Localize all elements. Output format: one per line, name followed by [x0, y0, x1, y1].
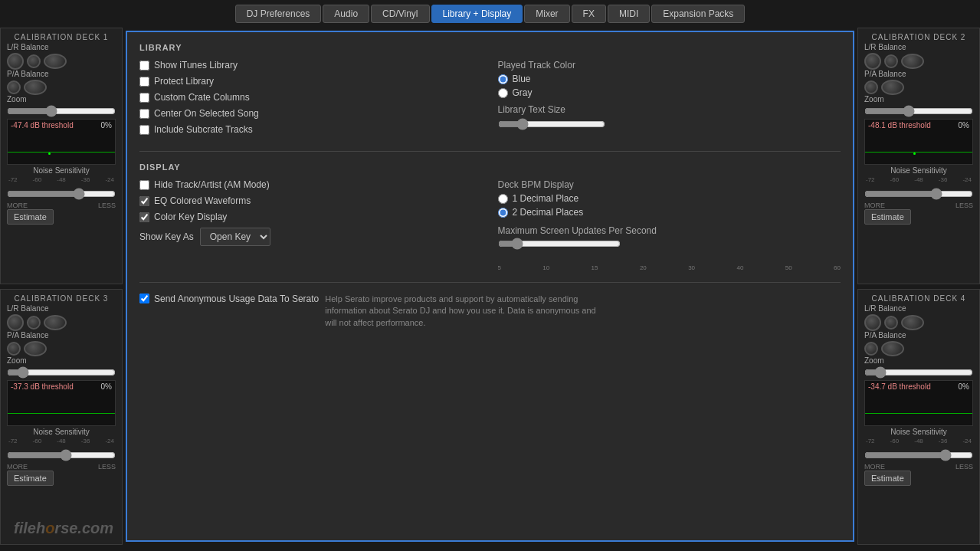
deck4-lr-label: L/R Balance: [864, 304, 973, 313]
deck3-lr-oval[interactable]: [44, 315, 67, 330]
deck3-pa-oval[interactable]: [24, 341, 47, 356]
deck4-pa-oval[interactable]: [881, 341, 904, 356]
deck2-lr-knob2[interactable]: [884, 54, 898, 68]
center-on-selected-checkbox[interactable]: [139, 109, 149, 119]
deck2-noise-slider[interactable]: [864, 188, 973, 200]
deck1-zoom-label: Zoom: [7, 95, 116, 103]
nav-cdvinyl[interactable]: CD/Vinyl: [371, 5, 429, 23]
deck2-tick-row: -72-60-48-36-24: [864, 176, 973, 183]
color-key-label[interactable]: Color Key Display: [154, 212, 227, 222]
deck1-lr-knob2[interactable]: [27, 54, 41, 68]
bpm-1decimal-label[interactable]: 1 Decimal Place: [513, 193, 579, 204]
color-blue-label[interactable]: Blue: [513, 74, 531, 84]
deck2-zoom-slider[interactable]: [864, 105, 973, 117]
deck2-lr-knob1[interactable]: [864, 53, 881, 70]
bpm-2decimal-radio[interactable]: [498, 208, 508, 218]
center-on-selected-label[interactable]: Center On Selected Song: [154, 108, 259, 119]
deck3-title: CALIBRATION DECK 3: [7, 294, 116, 303]
deck1-lr-oval[interactable]: [44, 54, 67, 69]
color-blue-radio[interactable]: [498, 74, 508, 84]
deck4-estimate-btn[interactable]: Estimate: [864, 471, 911, 486]
library-text-size-slider[interactable]: [498, 118, 605, 130]
protect-library-checkbox[interactable]: [139, 77, 149, 87]
played-track-color-label: Played Track Color: [498, 60, 841, 71]
deck2-title: CALIBRATION DECK 2: [864, 33, 973, 41]
deck-bpm-display-label: Deck BPM Display: [498, 179, 841, 190]
nav-library-display[interactable]: Library + Display: [431, 5, 523, 23]
max-screen-slider[interactable]: [498, 238, 621, 250]
protect-library-row: Protect Library: [139, 76, 483, 87]
deck3-pa-knob1[interactable]: [7, 342, 21, 356]
deck1-zoom-section: Zoom: [7, 95, 116, 117]
hide-track-label[interactable]: Hide Track/Artist (AM Mode): [154, 179, 270, 190]
deck4-lr-knob2[interactable]: [884, 316, 898, 330]
deck1-estimate-btn[interactable]: Estimate: [7, 209, 54, 225]
calibration-deck-4: CALIBRATION DECK 4 L/R Balance P/A Balan…: [857, 289, 980, 546]
deck3-more-less: MORELESS: [7, 463, 116, 471]
custom-crate-checkbox[interactable]: [139, 93, 149, 103]
top-navigation: DJ Preferences Audio CD/Vinyl Library + …: [0, 0, 980, 28]
show-itunes-checkbox[interactable]: [139, 61, 149, 71]
nav-expansion-packs[interactable]: Expansion Packs: [651, 5, 745, 23]
custom-crate-label[interactable]: Custom Crate Columns: [154, 92, 250, 103]
deck-bpm-display-section: Deck BPM Display 1 Decimal Place 2 Decim…: [498, 179, 841, 218]
deck4-pa-section: P/A Balance: [864, 331, 973, 356]
deck4-noise-slider[interactable]: [864, 449, 973, 461]
nav-fx[interactable]: FX: [572, 5, 606, 23]
deck3-lr-knob1[interactable]: [7, 314, 24, 331]
anonymous-checkbox[interactable]: [139, 294, 149, 303]
color-gray-label[interactable]: Gray: [513, 87, 533, 98]
color-gray-radio[interactable]: [498, 88, 508, 98]
deck2-threshold-display: -48.1 dB threshold 0%: [864, 119, 973, 165]
deck2-pa-section: P/A Balance: [864, 70, 973, 95]
deck2-pa-oval[interactable]: [881, 80, 904, 95]
deck3-threshold-display: -37.3 dB threshold 0%: [7, 380, 116, 426]
anonymous-label[interactable]: Send Anonymous Usage Data To Serato: [154, 294, 319, 304]
calibration-deck-1: CALIBRATION DECK 1 L/R Balance P/A Balan…: [0, 28, 123, 284]
deck3-noise-slider[interactable]: [7, 449, 116, 461]
deck4-threshold-display: -34.7 dB threshold 0%: [864, 380, 973, 426]
deck1-lr-label: L/R Balance: [7, 43, 116, 51]
include-subcrate-checkbox[interactable]: [139, 125, 149, 135]
bpm-1decimal-radio[interactable]: [498, 194, 508, 204]
deck4-lr-knob1[interactable]: [864, 314, 881, 331]
color-key-checkbox[interactable]: [139, 212, 149, 222]
deck1-pa-knob1[interactable]: [7, 80, 21, 94]
include-subcrate-label[interactable]: Include Subcrate Tracks: [154, 124, 253, 135]
hide-track-checkbox[interactable]: [139, 180, 149, 190]
show-key-select[interactable]: Open Key: [200, 228, 270, 246]
deck1-lr-knob1[interactable]: [7, 53, 24, 70]
deck4-lr-oval[interactable]: [901, 315, 924, 330]
deck2-pa-knob1[interactable]: [864, 80, 878, 94]
protect-library-label[interactable]: Protect Library: [154, 76, 214, 87]
deck1-zoom-slider[interactable]: [7, 105, 116, 117]
deck1-noise-section: Noise Sensitivity -72-60-48-36-24 MORELE…: [7, 166, 116, 209]
deck2-pa-label: P/A Balance: [864, 70, 973, 78]
deck4-tick-row: -72-60-48-36-24: [864, 438, 973, 444]
bpm-2decimal-label[interactable]: 2 Decimal Places: [513, 207, 584, 218]
deck4-zoom-slider[interactable]: [864, 366, 973, 379]
deck3-estimate-btn[interactable]: Estimate: [7, 471, 54, 486]
deck4-pa-knob1[interactable]: [864, 342, 878, 356]
nav-dj-preferences[interactable]: DJ Preferences: [235, 5, 322, 23]
anonymous-checkbox-area: Send Anonymous Usage Data To Serato: [139, 294, 319, 304]
nav-mixer[interactable]: Mixer: [524, 5, 569, 23]
deck1-pa-section: P/A Balance: [7, 70, 116, 95]
deck4-more-less: MORELESS: [864, 463, 973, 471]
calibration-deck-2: CALIBRATION DECK 2 L/R Balance P/A Balan…: [857, 28, 980, 284]
calibration-deck-3: CALIBRATION DECK 3 L/R Balance P/A Balan…: [0, 289, 123, 546]
nav-midi[interactable]: MIDI: [608, 5, 650, 23]
show-itunes-label[interactable]: Show iTunes Library: [154, 60, 238, 71]
deck1-noise-slider[interactable]: [7, 188, 116, 200]
deck2-lr-oval[interactable]: [901, 54, 924, 69]
deck2-pa-knobs: [864, 80, 973, 95]
eq-colored-checkbox[interactable]: [139, 196, 149, 206]
deck3-lr-knob2[interactable]: [27, 316, 41, 330]
anonymous-description: Help Serato improve products and support…: [325, 294, 601, 329]
deck3-noise-section: Noise Sensitivity -72-60-48-36-24 MORELE…: [7, 428, 116, 471]
deck2-estimate-btn[interactable]: Estimate: [864, 209, 911, 225]
deck1-pa-oval[interactable]: [24, 80, 47, 95]
deck3-zoom-slider[interactable]: [7, 366, 116, 379]
nav-audio[interactable]: Audio: [323, 5, 369, 23]
eq-colored-label[interactable]: EQ Colored Waveforms: [154, 195, 251, 206]
